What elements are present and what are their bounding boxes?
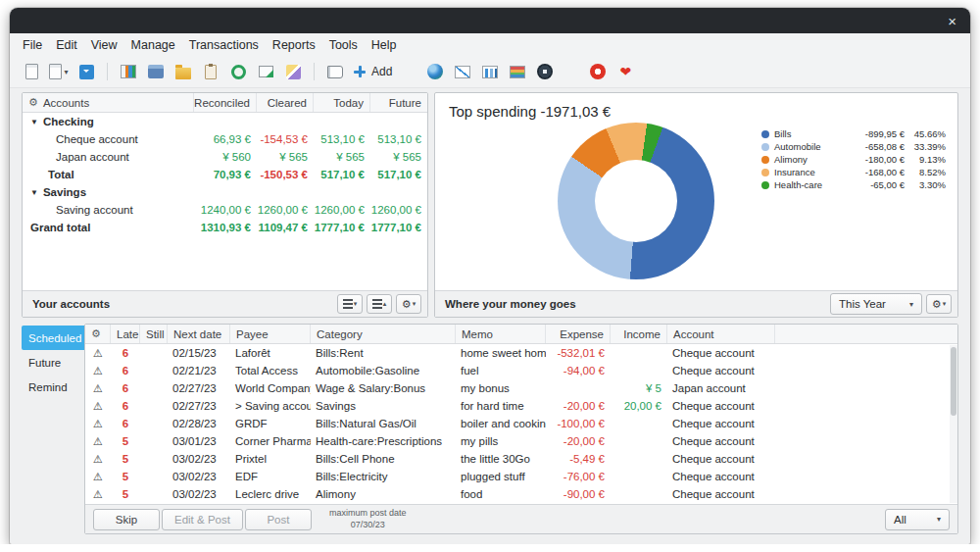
wizard-button[interactable] xyxy=(281,60,305,83)
menu-item-transactions[interactable]: Transactions xyxy=(182,36,266,54)
legend-amount: -180,00 € xyxy=(848,154,905,165)
account-column-header[interactable]: Account xyxy=(667,325,775,343)
accounts-button[interactable] xyxy=(144,60,168,83)
menu-item-tools[interactable]: Tools xyxy=(322,36,365,54)
collapse-all-button[interactable]: ▴ xyxy=(367,294,392,314)
filter-selector[interactable]: All ▾ xyxy=(885,509,950,530)
scheduled-row[interactable]: ⚠602/27/23World CompanyWage & Salary:Bon… xyxy=(85,379,957,397)
scheduled-row[interactable]: ⚠602/15/23LaforêtBills:Renthome sweet ho… xyxy=(85,344,957,362)
menu-item-edit[interactable]: Edit xyxy=(49,36,84,54)
support-button[interactable] xyxy=(586,60,610,83)
advice-button[interactable] xyxy=(533,60,557,83)
account-value-cell: -154,53 € xyxy=(257,130,314,148)
income-column-header[interactable]: Income xyxy=(611,325,667,343)
legend-percent: 8.52% xyxy=(905,167,946,177)
monthly-report-icon xyxy=(510,66,525,78)
expense-column-header[interactable]: Expense xyxy=(546,325,611,343)
post-button[interactable]: Post xyxy=(245,509,312,530)
scrollbar-thumb[interactable] xyxy=(951,347,956,416)
expand-all-button[interactable]: ▾ xyxy=(337,294,363,314)
report-panel-title: Where your money goes xyxy=(441,298,576,310)
account-row[interactable]: Saving account1240,00 €1260,00 €1260,00 … xyxy=(23,201,427,219)
categories-button[interactable] xyxy=(172,60,195,83)
payee-cell: > Saving account xyxy=(230,397,311,415)
monthly-report-button[interactable] xyxy=(506,60,529,83)
expense-cell: -100,00 € xyxy=(546,415,611,432)
tab-remind[interactable]: Remind xyxy=(22,375,84,399)
account-row[interactable]: Japan account¥ 560¥ 565¥ 565¥ 565 xyxy=(23,148,427,166)
period-selector[interactable]: This Year ▾ xyxy=(830,293,922,315)
next-date-cell: 02/27/23 xyxy=(168,397,230,415)
account-row[interactable]: Total70,93 €-150,53 €517,10 €517,10 € xyxy=(23,166,427,183)
memo-cell: for hard time xyxy=(456,397,546,415)
next-date-column-header[interactable]: Next date xyxy=(168,325,230,343)
scheduled-row[interactable]: ⚠503/02/23Leclerc driveAlimonyfood-90,00… xyxy=(85,485,957,503)
late-column-header[interactable]: Late xyxy=(111,325,140,343)
gear-icon[interactable]: ⚙ xyxy=(28,96,38,109)
accounts-column-header[interactable]: ⚙ Accounts xyxy=(23,93,194,112)
donate-button[interactable]: ❤ xyxy=(613,60,637,83)
account-row[interactable]: ▼Checking xyxy=(23,113,427,130)
collapse-arrow-icon[interactable]: ▼ xyxy=(30,188,38,197)
memo-column-header[interactable]: Memo xyxy=(456,325,546,343)
web-button[interactable] xyxy=(423,60,447,83)
future-column-header[interactable]: Future xyxy=(370,93,427,112)
line-report-button[interactable] xyxy=(451,60,474,83)
bar-report-button[interactable] xyxy=(478,60,502,83)
titlebar[interactable]: × xyxy=(10,8,970,33)
warning-cell: ⚠ xyxy=(85,468,111,485)
still-column-header[interactable]: Still xyxy=(140,325,168,343)
ledger-view-button[interactable] xyxy=(323,60,347,83)
skip-button[interactable]: Skip xyxy=(93,509,160,530)
top-spending-donut[interactable] xyxy=(558,123,714,279)
cleared-column-header[interactable]: Cleared xyxy=(257,93,314,112)
top-row: ⚙ Accounts Reconciled Cleared Today Futu… xyxy=(22,92,958,318)
scheduled-row[interactable]: ⚠602/27/23> Saving accountSavingsfor har… xyxy=(85,397,957,415)
scheduled-button[interactable] xyxy=(226,60,250,83)
scheduled-row[interactable]: ⚠503/01/23Corner PharmaHealth-care:Presc… xyxy=(85,432,957,450)
account-name-cell: Total xyxy=(23,166,194,183)
add-transaction-button[interactable]: Add xyxy=(351,60,394,83)
legend-item: Health-care-65,00 €3.30% xyxy=(761,179,946,190)
payees-button[interactable] xyxy=(199,60,222,83)
next-date-cell: 02/21/23 xyxy=(168,362,230,379)
account-label: Savings xyxy=(43,186,86,198)
scheduled-row[interactable]: ⚠503/02/23PrixtelBills:Cell Phonethe lit… xyxy=(85,450,957,468)
menu-item-view[interactable]: View xyxy=(84,36,124,54)
report-settings-button[interactable]: ⚙▾ xyxy=(926,294,952,314)
clipboard-icon xyxy=(205,65,217,79)
account-row[interactable]: Grand total1310,93 €1109,47 €1777,10 €17… xyxy=(23,219,427,236)
main-content: ⚙ Accounts Reconciled Cleared Today Futu… xyxy=(10,88,970,544)
reconciled-column-header[interactable]: Reconciled xyxy=(194,93,257,112)
income-cell xyxy=(611,468,667,485)
open-document-button[interactable]: ▾ xyxy=(47,60,71,83)
save-button[interactable] xyxy=(74,60,98,83)
gear-icon[interactable]: ⚙ xyxy=(91,327,101,340)
scheduled-row[interactable]: ⚠602/21/23Total AccessAutomobile:Gasolin… xyxy=(85,362,957,379)
menu-item-reports[interactable]: Reports xyxy=(266,36,322,54)
account-row[interactable]: ▼Savings xyxy=(23,183,427,201)
collapse-arrow-icon[interactable]: ▼ xyxy=(30,118,38,126)
menu-item-help[interactable]: Help xyxy=(365,36,404,54)
new-document-button[interactable] xyxy=(20,60,43,83)
scheduled-row[interactable]: ⚠503/02/23EDFBills:Electricityplugged st… xyxy=(85,468,957,485)
import-button[interactable] xyxy=(254,60,277,83)
account-name-cell: ▼Savings xyxy=(23,183,194,201)
accounts-settings-button[interactable]: ⚙▾ xyxy=(396,294,421,314)
payee-column-header[interactable]: Payee xyxy=(230,325,311,343)
menu-item-manage[interactable]: Manage xyxy=(124,36,182,54)
tab-scheduled[interactable]: Scheduled xyxy=(22,326,84,350)
today-column-header[interactable]: Today xyxy=(314,93,370,112)
close-button[interactable]: × xyxy=(934,14,970,28)
scheduled-row[interactable]: ⚠602/28/23GRDFBills:Natural Gas/Oilboile… xyxy=(85,415,957,432)
account-row[interactable]: Cheque account66,93 €-154,53 €513,10 €51… xyxy=(23,130,427,148)
operations-button[interactable] xyxy=(117,60,140,83)
menu-item-file[interactable]: File xyxy=(16,36,49,54)
category-column-header[interactable]: Category xyxy=(311,325,456,343)
tab-future[interactable]: Future xyxy=(22,350,84,375)
vertical-scrollbar[interactable] xyxy=(950,345,957,503)
scheduled-settings-header[interactable]: ⚙ xyxy=(85,325,111,343)
account-value-cell: ¥ 565 xyxy=(257,148,314,166)
account-value-cell xyxy=(370,113,427,130)
edit-post-button[interactable]: Edit & Post xyxy=(162,509,243,530)
